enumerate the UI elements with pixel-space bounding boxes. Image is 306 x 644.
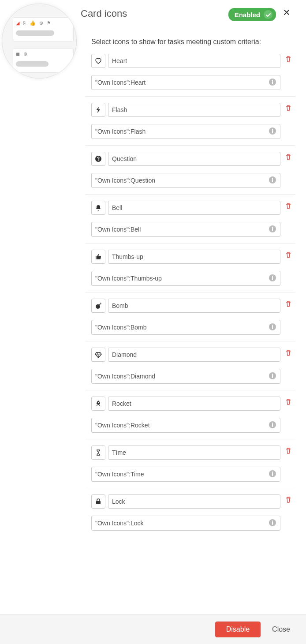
check-icon [264, 10, 272, 19]
disable-button[interactable]: Disable [215, 622, 261, 637]
info-icon[interactable] [269, 421, 277, 429]
delete-icon[interactable] [285, 202, 295, 213]
page-title: Card icons [81, 8, 127, 19]
rule-name-input[interactable] [108, 348, 280, 362]
delete-icon[interactable] [285, 300, 295, 311]
rule-criteria-input[interactable] [91, 173, 280, 188]
info-icon[interactable] [269, 274, 277, 282]
info-icon[interactable] [269, 176, 277, 184]
icon-picker[interactable] [91, 54, 105, 68]
heart-icon [95, 57, 102, 64]
bell-icon [95, 204, 102, 211]
icon-picker[interactable] [91, 201, 105, 215]
diamond-icon [95, 351, 102, 358]
delete-icon[interactable] [285, 496, 295, 507]
rocket-icon [95, 400, 102, 407]
close-icon[interactable] [283, 9, 294, 19]
rule-criteria-input[interactable] [91, 369, 280, 384]
question-icon [95, 155, 102, 162]
info-icon[interactable] [269, 79, 277, 86]
icon-picker[interactable] [91, 103, 105, 117]
preview-image: ◢⎘👍⊛⚑ ◼⊛ [2, 4, 77, 79]
delete-icon[interactable] [285, 447, 295, 458]
rule-name-input[interactable] [108, 201, 280, 215]
flash-icon [95, 106, 102, 113]
rule-criteria-input[interactable] [91, 516, 280, 531]
rule-name-input[interactable] [108, 152, 280, 166]
icon-picker[interactable] [91, 250, 105, 264]
rule-criteria-input[interactable] [91, 124, 280, 139]
rule-name-input[interactable] [108, 250, 280, 264]
rule-name-input[interactable] [108, 103, 280, 117]
delete-icon[interactable] [285, 105, 295, 115]
icon-picker[interactable] [91, 397, 105, 411]
info-icon[interactable] [269, 470, 277, 478]
close-button[interactable]: Close [269, 625, 293, 634]
rule-criteria-input[interactable] [91, 467, 280, 482]
info-icon[interactable] [269, 225, 277, 233]
rule-name-input[interactable] [108, 494, 280, 509]
info-icon[interactable] [269, 519, 277, 527]
rule-criteria-input[interactable] [91, 271, 280, 286]
delete-icon[interactable] [285, 56, 295, 66]
footer: Disable Close [0, 614, 306, 644]
info-icon[interactable] [269, 372, 277, 380]
icon-picker[interactable] [91, 299, 105, 313]
delete-icon[interactable] [285, 398, 295, 409]
delete-icon[interactable] [285, 154, 295, 164]
rule-name-input[interactable] [108, 446, 280, 460]
rule-criteria-input[interactable] [91, 320, 280, 335]
icon-picker[interactable] [91, 348, 105, 362]
lock-icon [95, 498, 102, 505]
thumbs-up-icon [95, 253, 102, 260]
icon-picker[interactable] [91, 446, 105, 460]
intro-text: Select icons to show for tasks meeting c… [91, 38, 289, 46]
delete-icon[interactable] [285, 349, 295, 360]
info-icon[interactable] [269, 323, 277, 331]
rule-criteria-input[interactable] [91, 75, 280, 90]
hourglass-icon [95, 449, 102, 456]
status-label: Enabled [235, 11, 260, 19]
rule-criteria-input[interactable] [91, 222, 280, 237]
rule-name-input[interactable] [108, 299, 280, 313]
delete-icon[interactable] [285, 251, 295, 262]
bomb-icon [95, 302, 102, 309]
icon-picker[interactable] [91, 494, 105, 509]
status-badge: Enabled [228, 8, 276, 21]
rule-criteria-input[interactable] [91, 418, 280, 433]
info-icon[interactable] [269, 127, 277, 135]
rule-name-input[interactable] [108, 54, 280, 68]
icon-picker[interactable] [91, 152, 105, 166]
rule-name-input[interactable] [108, 397, 280, 411]
